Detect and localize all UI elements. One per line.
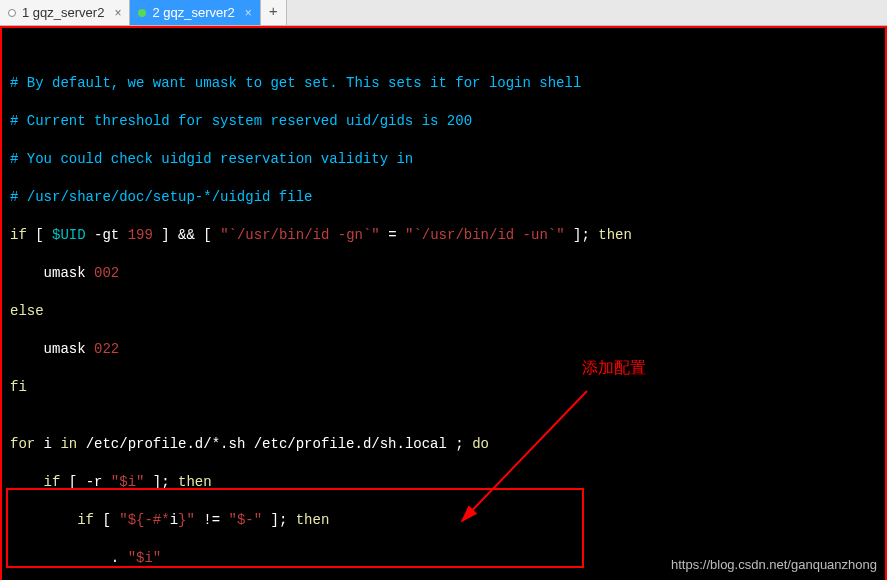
code-comment: # You could check uidgid reservation val… — [10, 150, 877, 169]
tab-status-icon — [8, 9, 16, 17]
code-comment: # By default, we want umask to get set. … — [10, 74, 877, 93]
code-comment: # /usr/share/doc/setup-*/uidgid file — [10, 188, 877, 207]
plus-icon: + — [269, 4, 278, 21]
close-icon[interactable]: × — [114, 6, 121, 20]
code-line: if [ -r "$i" ]; then — [10, 473, 877, 492]
tab-label: 2 gqz_server2 — [152, 5, 234, 20]
code-line: if [ "${-#*i}" != "$-" ]; then — [10, 511, 877, 530]
code-line: umask 022 — [10, 340, 877, 359]
terminal-pane[interactable]: # By default, we want umask to get set. … — [0, 26, 887, 580]
code-line: if [ $UID -gt 199 ] && [ "`/usr/bin/id -… — [10, 226, 877, 245]
tab-2[interactable]: 2 gqz_server2 × — [130, 0, 260, 25]
code-line: . "$i" — [10, 549, 877, 568]
code-line: umask 002 — [10, 264, 877, 283]
add-tab-button[interactable]: + — [261, 0, 287, 25]
code-comment: # Current threshold for system reserved … — [10, 112, 877, 131]
tab-label: 1 gqz_server2 — [22, 5, 104, 20]
tab-bar: 1 gqz_server2 × 2 gqz_server2 × + — [0, 0, 887, 26]
svg-line-0 — [462, 391, 587, 521]
code-line: else — [10, 302, 877, 321]
close-icon[interactable]: × — [245, 6, 252, 20]
annotation-callout: 添加配置 — [582, 358, 646, 377]
code-line: fi — [10, 378, 877, 397]
tab-1[interactable]: 1 gqz_server2 × — [0, 0, 130, 25]
tab-status-icon — [138, 9, 146, 17]
code-line: for i in /etc/profile.d/*.sh /etc/profil… — [10, 435, 877, 454]
